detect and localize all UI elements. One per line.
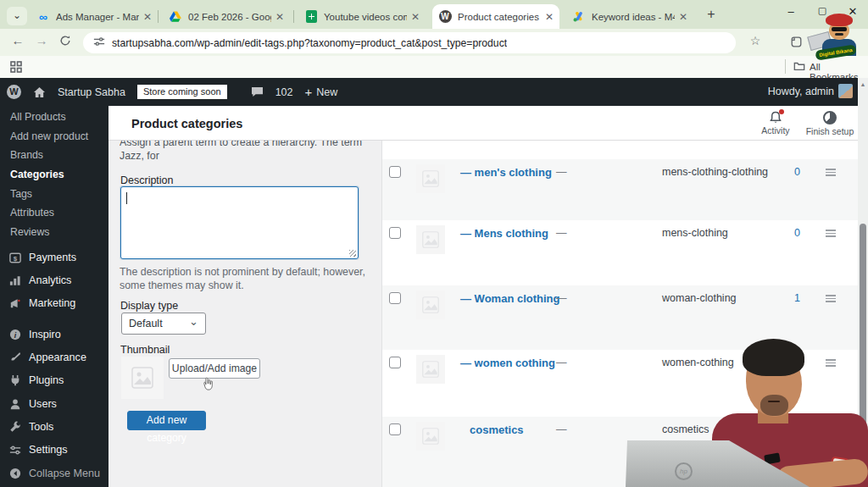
row-checkbox[interactable]: [389, 292, 401, 304]
browser-tab-product-categories[interactable]: W Product categories ‹ Star ✕: [432, 4, 559, 29]
row-menu-icon[interactable]: [826, 169, 836, 176]
collapse-icon: [8, 468, 21, 479]
description-textarea[interactable]: [120, 186, 359, 259]
admin-avatar[interactable]: [838, 84, 853, 98]
presenter-hair: [743, 339, 804, 376]
sidebar-item-marketing[interactable]: Marketing: [0, 292, 108, 314]
finish-setup-label: Finish setup: [802, 126, 858, 136]
browser-tab-ads-manager[interactable]: ∞ Ads Manager - Manage ✕: [31, 4, 158, 29]
activity-button[interactable]: Activity: [750, 111, 801, 136]
tools-icon: [8, 421, 21, 433]
home-icon[interactable]: [33, 86, 46, 98]
analytics-icon: [8, 275, 21, 286]
sidebar-item-categories[interactable]: Categories: [10, 169, 64, 180]
plus-icon[interactable]: +: [305, 85, 313, 99]
hp-logo: hp: [675, 462, 693, 480]
sidebar-item-label: Plugins: [29, 374, 64, 386]
sidebar-item-add-new-product[interactable]: Add new product: [10, 130, 88, 142]
sidebar-item-label: Tools: [29, 421, 53, 433]
row-thumbnail: [416, 291, 445, 319]
tab-close-icon[interactable]: ✕: [275, 11, 284, 23]
category-name-link[interactable]: — Mens clothing: [460, 227, 548, 240]
url-bar[interactable]: startupsabha.com/wp-admin/edit-tags.php?…: [83, 32, 736, 53]
category-name-link[interactable]: — men's clothing: [460, 166, 552, 179]
forward-icon[interactable]: →: [32, 33, 51, 47]
howdy-admin-menu[interactable]: Howdy, admin: [768, 86, 834, 97]
profile-avatar[interactable]: Digital Bikana: [807, 14, 860, 63]
sidebar-item-label: Payments: [29, 252, 76, 263]
category-count-link[interactable]: 1: [785, 292, 800, 304]
row-thumbnail: [416, 355, 445, 384]
new-tab-button[interactable]: +: [702, 7, 721, 22]
tab-search-icon[interactable]: ⌄: [7, 7, 27, 25]
browser-tab-strip: ⌄ ∞ Ads Manager - Manage ✕ 02 Feb 2026 -…: [0, 0, 868, 29]
sidebar-collapse-menu[interactable]: Collapse Menu: [0, 462, 108, 484]
category-name-link[interactable]: — women cothing: [460, 357, 555, 369]
wordpress-icon: W: [438, 10, 452, 24]
tab-close-icon[interactable]: ✕: [679, 11, 687, 23]
comment-count[interactable]: 102: [275, 86, 293, 98]
display-type-value: Default: [129, 318, 163, 329]
plugins-icon: [8, 374, 21, 386]
minimize-window-button[interactable]: –: [782, 5, 800, 18]
text-caret: [126, 192, 127, 204]
screen: ⌄ ∞ Ads Manager - Manage ✕ 02 Feb 2026 -…: [0, 0, 868, 487]
browser-tab-google-drive[interactable]: 02 Feb 2026 - Google Dr ✕: [163, 4, 290, 29]
sidebar-item-appearance[interactable]: Appearance: [0, 346, 108, 368]
sidebar-item-payments[interactable]: $ Payments: [0, 246, 108, 268]
sidebar-item-tools[interactable]: Tools: [0, 416, 108, 438]
folder-icon: [793, 61, 805, 74]
sidebar-item-brands[interactable]: Brands: [10, 149, 43, 161]
category-count-link[interactable]: 0: [785, 166, 800, 178]
sidebar-item-all-products[interactable]: All Products: [10, 111, 66, 123]
sidebar-item-settings[interactable]: Settings: [0, 439, 108, 461]
url-text[interactable]: startupsabha.com/wp-admin/edit-tags.php?…: [112, 37, 507, 49]
scroll-up-icon[interactable]: ▲: [858, 81, 868, 87]
upload-add-image-button[interactable]: Upload/Add image: [169, 358, 260, 379]
category-slug: mens-clothing: [662, 227, 728, 239]
row-checkbox[interactable]: [389, 227, 401, 239]
page-title: Product categories: [131, 117, 242, 130]
presenter-webcam-overlay: hp: [622, 330, 868, 487]
browser-tab-youtube-sheet[interactable]: Youtube videos complet ✕: [298, 4, 426, 29]
row-checkbox[interactable]: [389, 423, 401, 435]
row-checkbox[interactable]: [389, 357, 401, 368]
side-panel-icon[interactable]: [787, 36, 805, 50]
tab-close-icon[interactable]: ✕: [545, 11, 554, 23]
wp-logo-icon[interactable]: W: [7, 85, 21, 99]
category-name-link[interactable]: cosmetics: [470, 423, 524, 436]
sidebar-item-plugins[interactable]: Plugins: [0, 369, 108, 391]
bookmark-star-icon[interactable]: ☆: [746, 34, 765, 47]
sidebar-item-tags[interactable]: Tags: [10, 188, 32, 200]
row-thumbnail: [416, 422, 445, 451]
sidebar-item-analytics[interactable]: Analytics: [0, 269, 108, 291]
reload-icon[interactable]: [56, 35, 75, 49]
category-count-link[interactable]: 0: [785, 227, 800, 239]
row-menu-icon[interactable]: [826, 295, 836, 302]
resize-grip[interactable]: [349, 250, 356, 257]
row-thumbnail: [416, 225, 445, 254]
row-menu-icon[interactable]: [826, 230, 836, 237]
sidebar-item-inspiro[interactable]: i Inspiro: [0, 324, 108, 346]
sidebar-item-attributes[interactable]: Attributes: [10, 207, 54, 219]
tab-close-icon[interactable]: ✕: [411, 11, 420, 23]
tab-close-icon[interactable]: ✕: [143, 11, 152, 23]
display-type-select[interactable]: Default ⌄: [121, 313, 206, 335]
tab-title: 02 Feb 2026 - Google Dr: [188, 12, 271, 22]
new-content-menu[interactable]: New: [316, 86, 337, 98]
category-name-link[interactable]: — Woman clothing: [460, 292, 559, 305]
browser-tab-keyword-ideas[interactable]: Keyword ideas - M4B Bh ✕: [566, 4, 693, 29]
row-checkbox[interactable]: [389, 166, 401, 178]
sidebar-item-users[interactable]: Users: [0, 393, 108, 415]
site-name-menu[interactable]: Startup Sabha: [58, 86, 125, 98]
finish-setup-button[interactable]: Finish setup: [802, 111, 858, 136]
back-icon[interactable]: ←: [8, 33, 27, 47]
sidebar-item-reviews[interactable]: Reviews: [10, 226, 49, 238]
site-info-icon[interactable]: [93, 36, 105, 50]
tab-title: Keyword ideas - M4B Bh: [592, 12, 675, 22]
apps-grid-icon[interactable]: [10, 61, 22, 75]
comments-icon[interactable]: [251, 86, 264, 97]
thumbnail-placeholder: [121, 357, 164, 399]
add-new-category-button[interactable]: Add new category: [127, 411, 206, 430]
mascot-mustache: [835, 33, 843, 36]
